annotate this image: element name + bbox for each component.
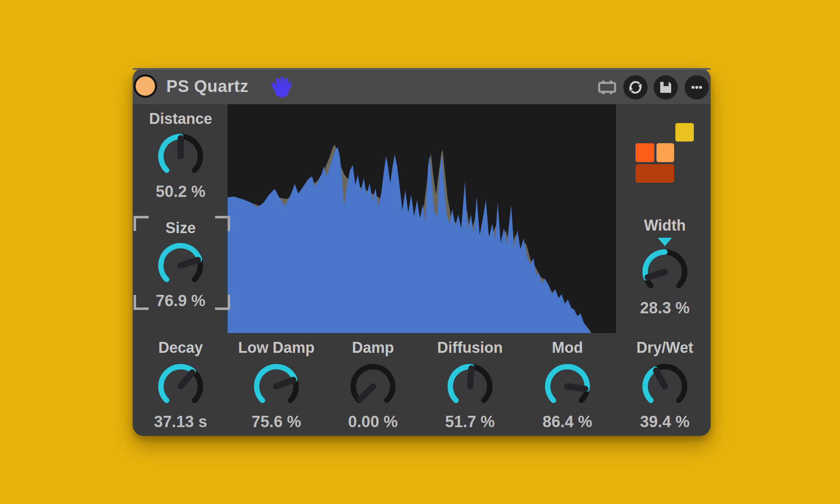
- dry-wet-control: Dry/Wet 39.4 %: [619, 339, 711, 431]
- hand-icon: [271, 76, 291, 98]
- damp-value[interactable]: 0.00 %: [327, 412, 419, 431]
- logo-square-yellow: [675, 123, 694, 142]
- mod-label: Mod: [521, 339, 614, 357]
- size-knob[interactable]: [155, 239, 207, 291]
- device-title: PS Quartz: [166, 68, 249, 104]
- save-preset-icon: [658, 80, 673, 95]
- decay-knob[interactable]: [155, 360, 207, 412]
- size-value[interactable]: 76.9 %: [134, 291, 227, 310]
- width-label: Width: [619, 217, 711, 234]
- width-value[interactable]: 28.3 %: [619, 299, 711, 317]
- distance-knob[interactable]: [155, 130, 207, 182]
- logo-square-dark-red: [635, 164, 674, 183]
- diffusion-control: Diffusion 51.7 %: [424, 339, 516, 431]
- mod-control: Mod 86.4 %: [521, 339, 614, 431]
- device-titlebar: PS Quartz: [133, 68, 711, 104]
- damp-knob[interactable]: [347, 360, 399, 412]
- max-editor-icon[interactable]: [597, 80, 617, 94]
- diffusion-knob[interactable]: [444, 360, 496, 412]
- ps-quartz-device: PS Quartz: [133, 68, 711, 436]
- decay-value[interactable]: 37.13 s: [134, 412, 227, 431]
- width-center-marker-icon: [658, 238, 672, 246]
- decay-control: Decay 37.13 s: [134, 339, 227, 431]
- hot-swap-button[interactable]: [623, 75, 648, 100]
- diffusion-label: Diffusion: [424, 339, 516, 357]
- mod-knob[interactable]: [541, 360, 593, 412]
- width-knob[interactable]: [639, 246, 691, 298]
- low-damp-knob[interactable]: [250, 360, 302, 412]
- dry-wet-label: Dry/Wet: [619, 339, 711, 357]
- reverb-spectrum-display: [228, 104, 616, 333]
- size-control: Size 76.9 %: [134, 219, 227, 310]
- dry-wet-knob[interactable]: [639, 360, 691, 412]
- distance-label: Distance: [134, 110, 227, 128]
- damp-label: Damp: [327, 339, 419, 357]
- mod-value[interactable]: 86.4 %: [521, 412, 614, 431]
- spectrum-graph: [228, 104, 616, 333]
- more-options-button[interactable]: [685, 75, 709, 100]
- logo-square-orange: [635, 143, 654, 162]
- logo-square-light-orange: [656, 143, 674, 162]
- damp-control: Damp 0.00 %: [327, 339, 419, 431]
- low-damp-value[interactable]: 75.6 %: [230, 412, 323, 431]
- decay-label: Decay: [134, 339, 227, 357]
- distance-value[interactable]: 50.2 %: [134, 182, 227, 201]
- size-label: Size: [134, 219, 227, 237]
- diffusion-value[interactable]: 51.7 %: [424, 412, 516, 431]
- dry-wet-value[interactable]: 39.4 %: [619, 412, 711, 431]
- device-activator-toggle[interactable]: [134, 74, 157, 98]
- hot-swap-icon: [628, 80, 643, 95]
- low-damp-control: Low Damp 75.6 %: [230, 339, 323, 431]
- more-options-icon: [689, 80, 704, 95]
- distance-control: Distance 50.2 %: [134, 110, 227, 201]
- width-control: Width 28.3 %: [619, 217, 711, 317]
- save-preset-button[interactable]: [654, 75, 678, 100]
- low-damp-label: Low Damp: [230, 339, 323, 357]
